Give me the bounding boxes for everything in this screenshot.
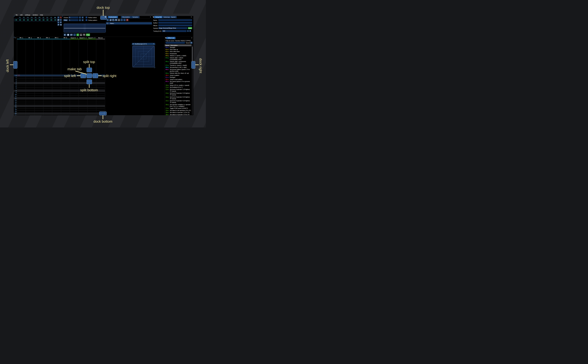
play-once-button[interactable]: ▶ bbox=[70, 33, 73, 36]
pattern-row-21[interactable]: 21 bbox=[14, 115, 105, 115]
pattern-row-12[interactable]: 12 bbox=[14, 98, 105, 99]
instrument-move-down-button[interactable]: ↓ bbox=[123, 19, 126, 21]
order-duplicate-end-button[interactable]: ⇊ bbox=[60, 21, 62, 23]
tab-speed[interactable]: Speed bbox=[170, 16, 177, 18]
step-button[interactable]: Step bbox=[63, 19, 68, 21]
order-value-2[interactable]: 00 bbox=[26, 19, 30, 21]
dock-right-handle[interactable] bbox=[191, 61, 195, 69]
tuning-plus-button[interactable]: + bbox=[189, 30, 191, 32]
pattern-cursor[interactable] bbox=[17, 74, 20, 76]
order-move-down-button[interactable]: ∨ bbox=[57, 21, 59, 23]
step-input[interactable]: 1 bbox=[69, 19, 79, 21]
pattern-row-15[interactable]: 15 bbox=[14, 103, 105, 105]
dock-left-handle[interactable] bbox=[13, 61, 17, 69]
order-value-3[interactable]: 00 bbox=[30, 19, 34, 21]
oscilloscope-xy-window[interactable]: Oscilloscope (X-Y) × bbox=[132, 43, 155, 68]
order-value-0[interactable]: 00 bbox=[18, 19, 22, 21]
system-input[interactable]: Sega Genesis/Mega Drive bbox=[158, 27, 187, 29]
effect-scrollbar[interactable] bbox=[192, 45, 193, 115]
order-add-button[interactable]: + bbox=[57, 17, 59, 19]
instrument-add-button[interactable]: + bbox=[106, 19, 109, 21]
order-move-up-button[interactable]: ∧ bbox=[60, 19, 62, 21]
channel-header-fm-1[interactable]: FM 1 bbox=[17, 37, 26, 39]
tab-instruments[interactable]: Instruments bbox=[108, 16, 118, 18]
make-tab-button[interactable] bbox=[86, 73, 92, 78]
pattern-row-17[interactable]: 17 bbox=[14, 107, 105, 109]
order-edit-mode-button[interactable] bbox=[60, 24, 62, 26]
order-remove-button[interactable]: − bbox=[60, 17, 62, 19]
instrument-move-up-button[interactable]: ↑ bbox=[120, 19, 123, 21]
octave-input[interactable]: 3 bbox=[69, 17, 79, 19]
order-value-9[interactable]: 00 bbox=[53, 19, 57, 21]
order-value-8[interactable]: 00 bbox=[49, 19, 53, 21]
close-icon[interactable]: × bbox=[150, 16, 151, 18]
step-plus-button[interactable]: + bbox=[82, 19, 84, 21]
order-change-mode-button[interactable]: S bbox=[57, 24, 59, 26]
instrument-open-button[interactable] bbox=[112, 19, 114, 21]
channel-header-noise[interactable]: Noise bbox=[96, 37, 105, 39]
pattern-row-16[interactable]: 16 bbox=[14, 105, 105, 107]
pattern-row-5[interactable]: 5 bbox=[14, 84, 105, 86]
split-right-button[interactable] bbox=[92, 73, 98, 78]
pattern-row-13[interactable]: 13 bbox=[14, 99, 105, 101]
play-pattern-button[interactable] bbox=[67, 33, 70, 36]
pattern-row-19[interactable]: 19 bbox=[14, 111, 105, 113]
order-value-6[interactable]: 00 bbox=[41, 19, 45, 21]
channel-header-square-3[interactable]: Square 3 bbox=[87, 37, 96, 39]
menu-help[interactable]: help bbox=[39, 14, 44, 16]
menu-window[interactable]: window bbox=[31, 14, 39, 16]
follow-pattern-checkbox[interactable]: ✓ bbox=[86, 19, 87, 21]
instrument-duplicate-button[interactable] bbox=[109, 19, 112, 21]
tuning-input[interactable]: 440 bbox=[162, 30, 186, 32]
orders-row[interactable]: 0000000000000000000000 bbox=[14, 19, 57, 21]
pattern-row-6[interactable]: 6 bbox=[14, 86, 105, 88]
menu-file[interactable]: file bbox=[14, 14, 19, 16]
step-row-button[interactable]: ↓ bbox=[73, 33, 76, 36]
collapse-icon[interactable] bbox=[133, 44, 134, 45]
instrument-delete-button[interactable]: × bbox=[126, 19, 128, 21]
split-bottom-button[interactable] bbox=[86, 79, 92, 84]
order-value-7[interactable]: 00 bbox=[46, 19, 49, 21]
name-input[interactable] bbox=[158, 19, 192, 21]
tab-samples[interactable]: Samples bbox=[131, 16, 139, 18]
channel-header-fm-5[interactable]: FM 5 bbox=[52, 37, 61, 39]
close-icon[interactable]: × bbox=[191, 37, 193, 39]
poly-button[interactable]: Poly bbox=[86, 33, 90, 36]
tab-effect-list[interactable]: Effect List bbox=[166, 37, 176, 39]
pattern-row-20[interactable]: 20 bbox=[14, 113, 105, 115]
order-value-1[interactable]: 00 bbox=[22, 19, 26, 21]
add-channel-button[interactable]: ++ bbox=[14, 37, 17, 39]
tab-wavetables[interactable]: Wavetables bbox=[121, 16, 131, 18]
octave-minus-button[interactable]: - bbox=[79, 17, 81, 19]
channel-header-fm-6[interactable]: FM 6 bbox=[61, 37, 70, 39]
oscilloscope-xy-titlebar[interactable]: Oscilloscope (X-Y) × bbox=[132, 43, 155, 45]
search-input[interactable] bbox=[165, 42, 185, 44]
follow-orders-checkbox[interactable]: ✓ bbox=[86, 17, 87, 18]
octave-plus-button[interactable]: + bbox=[82, 17, 84, 19]
pattern-row-10[interactable]: 10 bbox=[14, 94, 105, 96]
split-top-button[interactable] bbox=[86, 68, 92, 72]
pattern-row-18[interactable]: 18 bbox=[14, 109, 105, 111]
channel-header-square-1[interactable]: Square 1 bbox=[70, 37, 79, 39]
channel-header-fm-2[interactable]: FM 2 bbox=[26, 37, 34, 39]
pattern-row-11[interactable]: 11 bbox=[14, 96, 105, 98]
stop-button[interactable]: ● bbox=[76, 33, 79, 36]
split-left-button[interactable] bbox=[80, 73, 86, 78]
order-duplicate-button[interactable] bbox=[57, 19, 59, 21]
channel-header-square-2[interactable]: Square 2 bbox=[79, 37, 87, 39]
close-icon[interactable]: × bbox=[153, 43, 155, 45]
repeat-pattern-button[interactable]: ↻ bbox=[83, 33, 86, 36]
author-input[interactable] bbox=[158, 22, 192, 24]
dock-bottom-handle[interactable] bbox=[99, 111, 107, 115]
order-value-4[interactable]: 00 bbox=[34, 19, 38, 21]
metronome-button[interactable] bbox=[80, 33, 82, 36]
pattern-row-14[interactable]: 14 bbox=[14, 101, 105, 103]
tuning-minus-button[interactable]: - bbox=[187, 30, 189, 32]
order-value-5[interactable]: 00 bbox=[38, 19, 41, 21]
step-minus-button[interactable]: - bbox=[79, 19, 81, 21]
auto-button[interactable]: Auto bbox=[188, 27, 192, 29]
channel-header-fm-4[interactable]: FM 4 bbox=[43, 37, 52, 39]
close-icon[interactable]: × bbox=[190, 16, 192, 18]
menu-settings[interactable]: settings bbox=[24, 14, 31, 16]
channel-header-fm-3[interactable]: FM 3 bbox=[34, 37, 43, 39]
